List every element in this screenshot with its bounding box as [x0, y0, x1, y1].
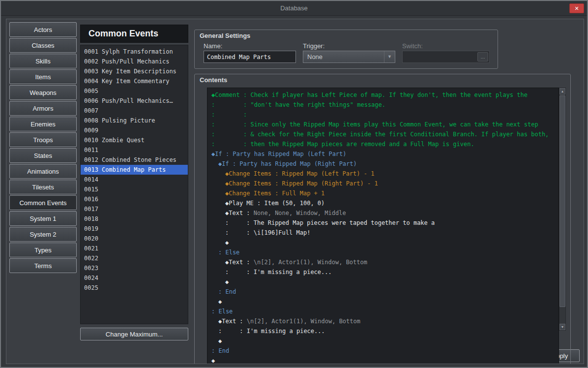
general-settings-group: General Settings Name: Trigger: None ▼ S…	[194, 30, 498, 69]
event-list-item[interactable]: 0014	[81, 175, 188, 184]
event-list-item[interactable]: 0022	[81, 253, 188, 263]
event-command-line[interactable]: : : Since only the Ripped Map items play…	[207, 120, 559, 129]
event-list-item[interactable]: 0018	[81, 214, 188, 224]
event-list-item[interactable]: 0013 Combined Map Parts	[81, 165, 188, 175]
close-icon: ✕	[574, 5, 579, 11]
event-command-line[interactable]: : Else	[207, 247, 559, 257]
event-list-item[interactable]: 0009	[81, 125, 188, 135]
event-command-line[interactable]: ◆Text : None, None, Window, Middle	[207, 208, 559, 218]
scroll-down-icon: ▼	[561, 325, 564, 329]
event-list-item[interactable]: 0016	[81, 194, 188, 204]
switch-browse-button: ...	[477, 52, 488, 61]
window-title: Database	[1, 1, 587, 16]
sidebar-tab-system-2[interactable]: System 2	[9, 227, 77, 242]
event-list-item[interactable]: 0002 Push/Pull Mechanics	[81, 57, 188, 66]
switch-input-disabled: ...	[402, 51, 490, 63]
event-list-item[interactable]: 0006 Push/Pull Mechanics…	[81, 96, 188, 106]
event-command-line[interactable]: ◆Change Items : Full Map + 1	[207, 188, 559, 198]
event-list-item[interactable]: 0001 Sylph Transformation	[81, 47, 188, 57]
switch-label: Switch:	[402, 42, 423, 50]
event-list-item[interactable]: 0011	[81, 145, 188, 155]
sidebar-tab-states[interactable]: States	[9, 148, 77, 163]
event-command-line[interactable]: ◆If : Party has Ripped Map (Right Part)	[207, 159, 559, 169]
event-list-item[interactable]: 0003 Key Item Descriptions	[81, 66, 188, 76]
event-list-item[interactable]: 0017	[81, 204, 188, 214]
event-command-line[interactable]: ◆Play ME : Item (50, 100, 0)	[207, 198, 559, 208]
name-input[interactable]	[204, 51, 296, 63]
chevron-down-icon: ▼	[384, 51, 395, 62]
event-command-line[interactable]: ◆Change Items : Ripped Map (Left Part) -…	[207, 169, 559, 179]
common-events-header: Common Events	[80, 25, 188, 43]
event-command-line[interactable]: : : The Ripped Map pieces were taped tog…	[207, 218, 559, 228]
sidebar-tab-troops[interactable]: Troops	[9, 132, 77, 147]
event-list-item[interactable]: 0020	[81, 234, 188, 244]
event-command-line[interactable]: ◆Text : \n[2], Actor1(1), Window, Bottom	[207, 257, 559, 267]
common-events-list: 0001 Sylph Transformation0002 Push/Pull …	[80, 45, 188, 324]
sidebar-tab-weapons[interactable]: Weapons	[9, 85, 77, 100]
event-list-item[interactable]: 0010 Zombie Quest	[81, 135, 188, 145]
event-command-line[interactable]: : : I'm missing a piece...	[207, 326, 559, 336]
event-command-line[interactable]: ◆Change Items : Ripped Map (Right Part) …	[207, 179, 559, 188]
database-category-tabs: ActorsClassesSkillsItemsWeaponsArmorsEne…	[9, 22, 77, 274]
sidebar-tab-animations[interactable]: Animations	[9, 164, 77, 179]
scrollbar-thumb[interactable]	[559, 95, 565, 307]
sidebar-tab-items[interactable]: Items	[9, 69, 77, 84]
event-list-item[interactable]: 0019	[81, 224, 188, 234]
sidebar-tab-skills[interactable]: Skills	[9, 54, 77, 68]
scroll-up-button[interactable]: ▲	[559, 88, 565, 94]
trigger-select[interactable]: None ▼	[303, 51, 395, 63]
main-panel: ActorsClassesSkillsItemsWeaponsArmorsEne…	[6, 19, 584, 364]
event-command-line[interactable]: ◆Text : \n[2], Actor1(1), Window, Bottom	[207, 316, 559, 326]
event-command-line[interactable]: ◆Comment : Check if player has Left Piec…	[207, 90, 559, 100]
event-command-line[interactable]: : : then the Ripped Map pieces are remov…	[207, 139, 559, 149]
contents-scrollbar: ▲ ▼	[559, 88, 566, 331]
event-command-line[interactable]: : : "don't have the right things" messag…	[207, 100, 559, 110]
event-command-line[interactable]: ◆	[207, 356, 559, 364]
sidebar-tab-actors[interactable]: Actors	[9, 22, 77, 37]
event-command-line[interactable]: : :	[207, 110, 559, 120]
event-command-line[interactable]: : : & check for the Right Piece inside t…	[207, 129, 559, 139]
database-window: Database ✕ ActorsClassesSkillsItemsWeapo…	[0, 0, 588, 368]
name-label: Name:	[204, 42, 222, 50]
sidebar-tab-armors[interactable]: Armors	[9, 101, 77, 116]
event-code-list: ◆Comment : Check if player has Left Piec…	[207, 88, 559, 364]
event-command-line[interactable]: ◆	[207, 297, 559, 307]
close-button[interactable]: ✕	[569, 3, 584, 13]
event-list-item[interactable]: 0021	[81, 244, 188, 253]
trigger-selected-value: None	[307, 53, 323, 61]
contents-title: Contents	[200, 76, 227, 84]
title-bar: Database ✕	[1, 1, 587, 16]
event-list-item[interactable]: 0004 Key Item Commentary	[81, 76, 188, 86]
general-settings-title: General Settings	[200, 32, 250, 39]
sidebar-tab-classes[interactable]: Classes	[9, 38, 77, 53]
sidebar-tab-tilesets[interactable]: Tilesets	[9, 180, 77, 194]
trigger-label: Trigger:	[303, 42, 324, 50]
sidebar-tab-common-events[interactable]: Common Events	[9, 195, 77, 210]
event-command-line[interactable]: : Else	[207, 307, 559, 316]
scroll-up-icon: ▲	[561, 90, 564, 93]
change-maximum-button[interactable]: Change Maximum...	[80, 328, 188, 340]
event-list-item[interactable]: 0008 Pulsing Picture	[81, 116, 188, 125]
event-command-line[interactable]: : End	[207, 287, 559, 297]
event-command-line[interactable]: ◆	[207, 336, 559, 346]
event-list-item[interactable]: 0023	[81, 263, 188, 273]
sidebar-tab-enemies[interactable]: Enemies	[9, 117, 77, 131]
sidebar-tab-terms[interactable]: Terms	[9, 258, 77, 273]
event-list-item[interactable]: 0012 Combined Stone Pieces	[81, 155, 188, 165]
event-list-item[interactable]: 0015	[81, 184, 188, 194]
sidebar-tab-system-1[interactable]: System 1	[9, 211, 77, 226]
event-list-item[interactable]: 0024	[81, 273, 188, 283]
event-command-line[interactable]: : : \i[196]Full Map!	[207, 228, 559, 238]
event-list-item[interactable]: 0025	[81, 283, 188, 293]
event-command-line[interactable]: : : I'm missing a piece...	[207, 267, 559, 277]
sidebar-tab-types[interactable]: Types	[9, 243, 77, 257]
event-command-line[interactable]: ◆If : Party has Ripped Map (Left Part)	[207, 149, 559, 159]
event-command-line[interactable]: ◆	[207, 277, 559, 287]
event-command-line[interactable]: : End	[207, 346, 559, 356]
event-command-line[interactable]: ◆	[207, 238, 559, 247]
event-list-item[interactable]: 0005	[81, 86, 188, 96]
scroll-down-button[interactable]: ▼	[559, 324, 565, 330]
event-list-item[interactable]: 0007	[81, 106, 188, 116]
